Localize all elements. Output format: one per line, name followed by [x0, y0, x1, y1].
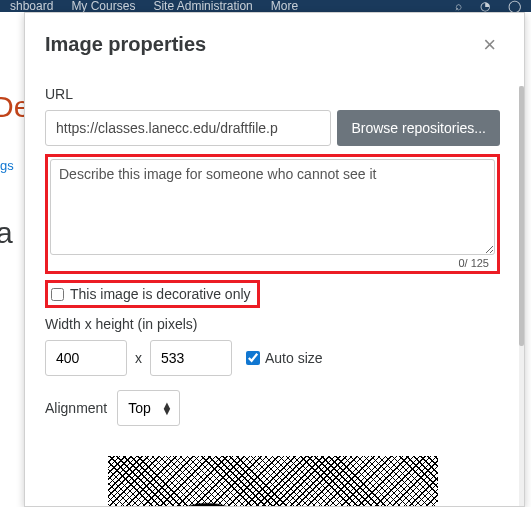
image-description-input[interactable] — [50, 159, 495, 255]
dialog-header: Image properties × — [45, 33, 500, 56]
char-counter: 0/ 125 — [50, 257, 495, 269]
bell-icon[interactable]: ◔ — [480, 0, 490, 12]
scrollbar-thumb[interactable] — [519, 86, 524, 346]
alignment-row: Alignment Top ▲▼ — [45, 390, 500, 426]
auto-size-row[interactable]: Auto size — [246, 350, 323, 366]
width-input[interactable] — [45, 340, 127, 376]
close-button[interactable]: × — [479, 34, 500, 56]
browse-repositories-button[interactable]: Browse repositories... — [337, 110, 500, 146]
dimensions-row: x Auto size — [45, 340, 500, 376]
side-link: gs — [0, 158, 14, 173]
dim-separator: x — [135, 350, 142, 366]
top-navbar: shboard My Courses Site Administration M… — [0, 0, 531, 12]
dialog-title: Image properties — [45, 33, 206, 56]
nav-item[interactable]: shboard — [10, 0, 53, 12]
url-label: URL — [45, 86, 500, 102]
scrollbar-track[interactable] — [519, 86, 524, 506]
nav-item[interactable]: Site Administration — [153, 0, 252, 12]
url-row: Browse repositories... — [45, 110, 500, 146]
decorative-checkbox[interactable] — [51, 288, 64, 301]
close-icon: × — [483, 32, 496, 57]
image-preview-wrap — [45, 456, 500, 507]
nav-item[interactable]: My Courses — [71, 0, 135, 12]
decorative-label: This image is decorative only — [70, 286, 251, 302]
search-icon[interactable]: ⌕ — [455, 0, 462, 12]
description-highlight: 0/ 125 — [45, 154, 500, 274]
nav-item[interactable]: More — [271, 0, 298, 12]
image-properties-dialog: Image properties × URL Browse repositori… — [24, 12, 525, 507]
decorative-highlight[interactable]: This image is decorative only — [45, 280, 260, 308]
auto-size-label: Auto size — [265, 350, 323, 366]
auto-size-checkbox[interactable] — [246, 351, 260, 365]
user-icon[interactable]: ◯ — [508, 0, 521, 12]
alignment-select[interactable]: Top — [117, 390, 180, 426]
size-label: Width x height (in pixels) — [45, 316, 500, 332]
image-preview — [108, 456, 438, 507]
alignment-label: Alignment — [45, 400, 107, 416]
alignment-select-wrap: Top ▲▼ — [117, 390, 180, 426]
content-fragment: a — [0, 216, 13, 250]
url-input[interactable] — [45, 110, 331, 146]
height-input[interactable] — [150, 340, 232, 376]
